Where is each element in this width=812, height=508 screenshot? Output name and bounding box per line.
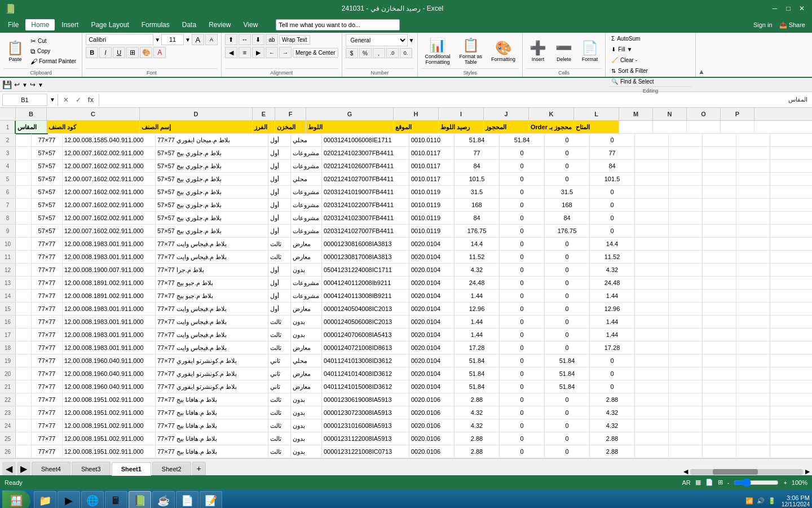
table-cell[interactable] xyxy=(669,316,703,328)
table-cell[interactable]: معارض xyxy=(291,251,322,263)
table-cell[interactable]: 0010.0119 xyxy=(409,199,454,211)
decimal-decrease-button[interactable]: 0. xyxy=(400,48,412,58)
table-cell[interactable]: 2.88 xyxy=(454,445,500,458)
table-cell[interactable]: معارض xyxy=(291,367,322,380)
table-cell[interactable]: 57×57 xyxy=(32,186,63,198)
table-cell[interactable]: 0010.0117 xyxy=(409,173,454,185)
table-cell[interactable]: 0 xyxy=(545,316,590,328)
table-cell[interactable]: 0 xyxy=(545,393,590,406)
table-cell[interactable]: 12.96 xyxy=(590,303,635,315)
table-cell[interactable] xyxy=(16,329,32,341)
orientation-button[interactable]: ab xyxy=(266,34,278,45)
table-cell[interactable] xyxy=(703,367,736,380)
table-cell[interactable] xyxy=(736,173,770,185)
table-cell[interactable]: 168 xyxy=(545,199,590,211)
copy-button[interactable]: ⧉ Copy xyxy=(28,46,78,56)
table-cell[interactable] xyxy=(703,445,736,458)
font-name-input[interactable] xyxy=(86,34,153,45)
table-cell[interactable] xyxy=(669,212,703,224)
table-cell[interactable] xyxy=(16,134,32,146)
table-cell[interactable] xyxy=(635,199,669,211)
table-cell[interactable] xyxy=(16,173,32,185)
table-cell[interactable]: بلاط م.كونشرتو ايفوري 77×77 xyxy=(156,367,268,380)
table-cell[interactable]: 04011241013008ID3612 xyxy=(322,354,409,367)
table-cell[interactable]: 84 xyxy=(545,212,590,224)
table-cell[interactable] xyxy=(16,225,32,237)
table-cell[interactable] xyxy=(635,134,669,146)
table-cell[interactable]: 1.44 xyxy=(454,316,500,328)
insert-function-button[interactable]: fx xyxy=(85,94,96,106)
table-cell[interactable]: مشروعات xyxy=(291,199,322,211)
format-as-table-button[interactable]: 📋 Format asTable xyxy=(456,36,486,67)
table-cell[interactable]: 0 xyxy=(500,419,545,432)
table-cell[interactable]: 0 xyxy=(545,329,590,341)
table-cell[interactable]: 0 xyxy=(500,316,545,328)
table-cell[interactable]: بلاط م.جبو بيج 77×77 xyxy=(156,290,268,302)
table-cell[interactable] xyxy=(736,238,770,250)
table-cell[interactable]: 00001240504008IC2013 xyxy=(322,303,409,315)
cell-o1[interactable] xyxy=(687,121,721,133)
table-cell[interactable]: 00001240706008IA5413 xyxy=(322,329,409,341)
table-cell[interactable]: 51.84 xyxy=(454,134,500,146)
table-cell[interactable]: 51.84 xyxy=(545,380,590,393)
table-cell[interactable]: بدون xyxy=(291,445,322,458)
table-cell[interactable]: 12.00.008.1983.001.911.000 xyxy=(63,251,156,263)
table-cell[interactable]: بدون xyxy=(291,393,322,406)
table-cell[interactable] xyxy=(736,160,770,172)
table-cell[interactable] xyxy=(703,432,736,445)
cell-d1[interactable]: إسم الصنف xyxy=(140,121,253,133)
underline-button[interactable]: U xyxy=(113,47,125,58)
table-cell[interactable]: ثالث xyxy=(268,393,291,406)
tray-network-icon[interactable]: 📶 xyxy=(745,497,753,505)
table-cell[interactable]: 0020.0104 xyxy=(409,264,454,276)
table-cell[interactable]: 1.44 xyxy=(590,316,635,328)
menu-page-layout[interactable]: Page Layout xyxy=(85,19,134,30)
table-cell[interactable] xyxy=(736,147,770,159)
col-header-n[interactable]: N xyxy=(653,108,687,120)
table-cell[interactable]: 12.00.008.1951.002.911.000 xyxy=(63,393,156,406)
table-cell[interactable]: 0020.0104 xyxy=(409,329,454,341)
table-cell[interactable]: 12.00.008.1960.040.911.000 xyxy=(63,354,156,367)
table-cell[interactable] xyxy=(736,277,770,289)
table-cell[interactable]: ثاني xyxy=(268,354,291,367)
table-cell[interactable]: 0 xyxy=(500,445,545,458)
scroll-tabs-right-button[interactable]: ▶ xyxy=(17,462,30,475)
table-cell[interactable]: 12.00.008.1891.002.911.000 xyxy=(63,277,156,289)
table-cell[interactable]: 0 xyxy=(500,199,545,211)
undo-dropdown-button[interactable]: ▼ xyxy=(22,82,28,88)
table-cell[interactable] xyxy=(669,419,703,432)
format-button[interactable]: 📄 Format xyxy=(578,36,602,67)
table-cell[interactable]: 84 xyxy=(454,160,500,172)
cell-h1[interactable]: الموقع xyxy=(394,121,439,133)
table-cell[interactable] xyxy=(635,303,669,315)
table-cell[interactable]: 02021241023007FB4411 xyxy=(322,147,409,159)
merge-center-button[interactable]: Merge & Center xyxy=(293,48,338,58)
zoom-in-button[interactable]: + xyxy=(783,479,787,486)
align-bottom-button[interactable]: ⬇ xyxy=(252,34,264,45)
table-cell[interactable]: 0020.0104 xyxy=(409,341,454,354)
table-cell[interactable]: 0 xyxy=(545,406,590,419)
page-break-view-button[interactable]: ⊞ xyxy=(718,479,723,486)
table-cell[interactable]: 0 xyxy=(500,393,545,406)
table-cell[interactable]: بلاط م.فيجاس وايت 77×77 xyxy=(156,251,268,263)
cell-l1[interactable]: المتاح xyxy=(574,121,619,133)
table-cell[interactable] xyxy=(669,367,703,380)
table-cell[interactable] xyxy=(16,199,32,211)
table-cell[interactable]: 77×77 xyxy=(32,445,63,458)
autosum-button[interactable]: Σ AutoSum xyxy=(609,34,642,43)
table-cell[interactable]: 0 xyxy=(500,264,545,276)
table-cell[interactable] xyxy=(669,341,703,354)
table-cell[interactable]: 2.88 xyxy=(590,432,635,445)
table-cell[interactable]: 02031241027007FB4411 xyxy=(322,225,409,237)
table-cell[interactable]: 2.88 xyxy=(454,432,500,445)
table-cell[interactable]: مشروعات xyxy=(291,277,322,289)
taskbar-file-manager[interactable]: 📁 xyxy=(34,491,56,508)
table-cell[interactable]: 0 xyxy=(500,367,545,380)
table-cell[interactable]: 02031241023007FB4411 xyxy=(322,212,409,224)
table-cell[interactable] xyxy=(635,367,669,380)
table-cell[interactable]: بلاط م.فيجاس وايت 77×77 xyxy=(156,316,268,328)
table-cell[interactable] xyxy=(635,406,669,419)
taskbar-java[interactable]: ☕ xyxy=(152,491,175,508)
table-cell[interactable]: أول xyxy=(268,290,291,302)
table-cell[interactable]: 0020.0104 xyxy=(409,277,454,289)
